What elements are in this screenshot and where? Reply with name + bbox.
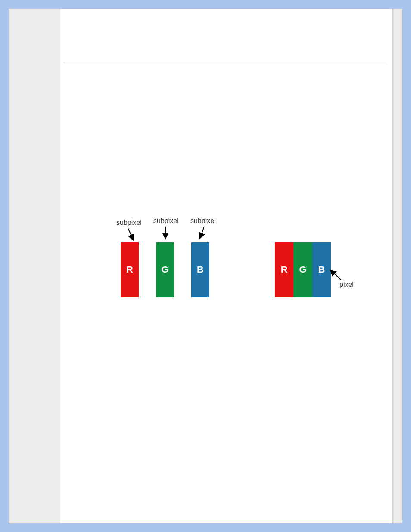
arrow-icon xyxy=(196,226,209,241)
subpixel-label-r: subpixel xyxy=(116,219,142,227)
subpixel-label-g: subpixel xyxy=(153,217,179,225)
subpixel-letter: G xyxy=(161,264,168,275)
pixel-subpixel-green: G xyxy=(293,242,312,297)
app-frame: subpixel subpixel subpixel R xyxy=(9,9,402,523)
subpixel-green: G xyxy=(156,242,174,297)
subpixel-red: R xyxy=(121,242,139,297)
horizontal-rule xyxy=(65,65,388,65)
pixel-letter: B xyxy=(318,264,325,275)
pixel-letter: G xyxy=(299,264,306,275)
pixel-label: pixel xyxy=(339,281,354,289)
arrow-icon xyxy=(328,268,346,283)
page-shadow xyxy=(392,9,394,523)
document-page: subpixel subpixel subpixel R xyxy=(60,9,392,523)
subpixel-letter: B xyxy=(197,264,204,275)
arrow-icon xyxy=(163,226,171,241)
pixel-subpixel-red: R xyxy=(275,242,293,297)
subpixel-blue: B xyxy=(191,242,209,297)
subpixel-letter: R xyxy=(126,264,133,275)
pixel-letter: R xyxy=(281,264,288,275)
pixel-group: R G B xyxy=(275,242,331,297)
arrow-icon xyxy=(127,227,140,242)
rgb-subpixel-diagram: subpixel subpixel subpixel R xyxy=(60,211,392,323)
subpixel-label-b: subpixel xyxy=(190,217,216,225)
